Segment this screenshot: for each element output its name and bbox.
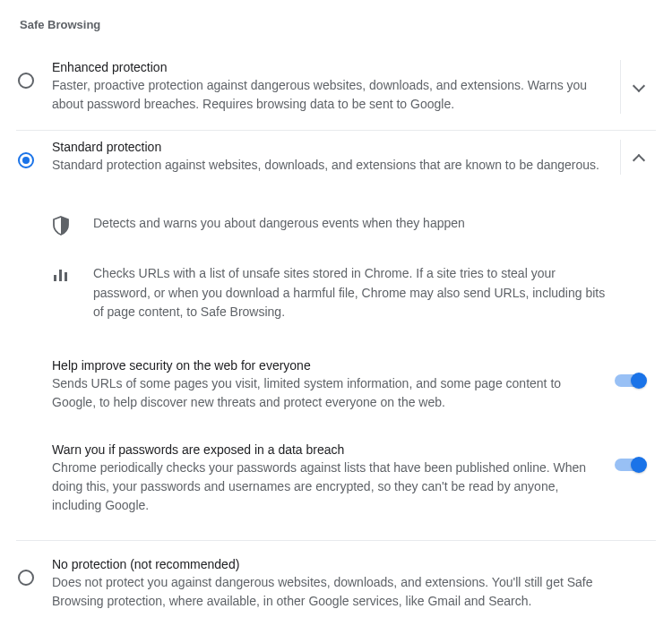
radio-no-protection[interactable] (18, 570, 34, 586)
detail-text: Checks URLs with a list of unsafe sites … (93, 264, 611, 322)
option-content: Enhanced protection Faster, proactive pr… (52, 60, 620, 114)
option-title: No protection (not recommended) (52, 557, 611, 571)
sub-desc: Sends URLs of some pages you visit, limi… (52, 374, 590, 412)
radio-col (16, 140, 52, 168)
svg-rect-0 (54, 275, 56, 281)
detail-urls: Checks URLs with a list of unsafe sites … (52, 250, 656, 337)
chevron-up-icon (633, 151, 645, 164)
toggle-col (606, 442, 645, 471)
radio-col (16, 557, 52, 586)
svg-rect-2 (65, 272, 67, 281)
radio-standard[interactable] (18, 152, 34, 168)
sub-improve-security: Help improve security on the web for eve… (16, 337, 656, 421)
toggle-improve-security[interactable] (615, 374, 645, 387)
toggle-warn-passwords[interactable] (615, 459, 645, 471)
option-content: Standard protection Standard protection … (52, 140, 620, 175)
option-enhanced[interactable]: Enhanced protection Faster, proactive pr… (16, 51, 656, 131)
toggle-col (606, 358, 645, 387)
collapse-standard-button[interactable] (620, 140, 656, 175)
expand-enhanced-button[interactable] (620, 60, 656, 114)
detail-text: Detects and warns you about dangerous ev… (93, 214, 611, 234)
option-content: No protection (not recommended) Does not… (52, 557, 656, 611)
svg-rect-1 (59, 270, 62, 281)
option-title: Enhanced protection (52, 60, 607, 74)
sub-text: Warn you if passwords are exposed in a d… (52, 442, 606, 515)
sub-desc: Chrome periodically checks your password… (52, 459, 590, 515)
option-desc: Does not protect you against dangerous w… (52, 573, 611, 611)
radio-col (16, 60, 52, 89)
option-standard[interactable]: Standard protection Standard protection … (16, 131, 656, 191)
option-title: Standard protection (52, 140, 607, 154)
shield-icon (52, 214, 93, 236)
radio-enhanced[interactable] (18, 73, 34, 89)
sub-title: Help improve security on the web for eve… (52, 358, 590, 373)
option-no-protection[interactable]: No protection (not recommended) Does not… (16, 541, 656, 626)
sub-warn-passwords: Warn you if passwords are exposed in a d… (16, 421, 656, 541)
option-desc: Standard protection against websites, do… (52, 156, 607, 175)
option-desc: Faster, proactive protection against dan… (52, 76, 607, 114)
bars-icon (52, 264, 93, 284)
chevron-down-icon (633, 81, 645, 93)
section-title: Safe Browsing (20, 18, 656, 31)
sub-text: Help improve security on the web for eve… (52, 358, 606, 412)
standard-details: Detects and warns you about dangerous ev… (16, 191, 656, 337)
safe-browsing-section: Safe Browsing Enhanced protection Faster… (0, 0, 672, 626)
detail-detect: Detects and warns you about dangerous ev… (52, 200, 656, 250)
sub-title: Warn you if passwords are exposed in a d… (52, 442, 590, 457)
